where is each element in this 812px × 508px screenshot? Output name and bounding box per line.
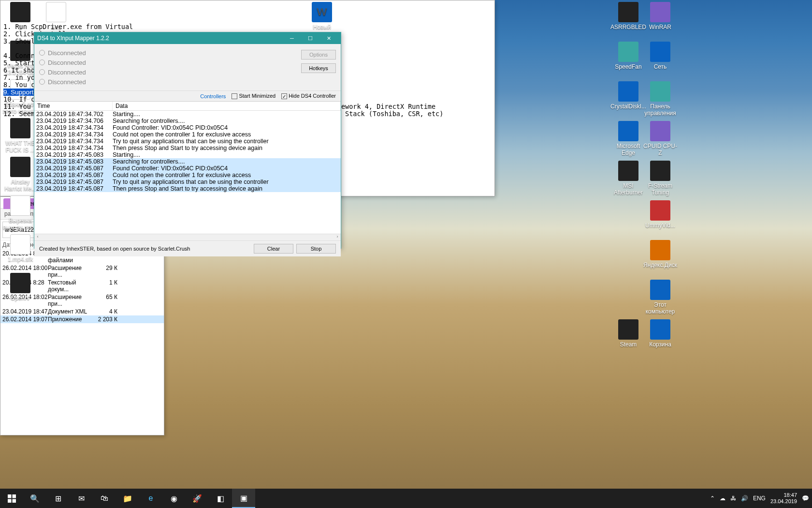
- clock[interactable]: 18:47 23.04.2019: [770, 492, 797, 504]
- credit-text: Created by InhexSTER, based on open sour…: [39, 246, 190, 252]
- desktop-icon[interactable]: SpeedFan: [610, 42, 647, 71]
- svg-rect-2: [8, 499, 12, 503]
- store-icon[interactable]: 🛍: [93, 489, 116, 508]
- ds4-task-icon[interactable]: ▣: [232, 489, 255, 508]
- controller-slot[interactable]: Disconnected: [39, 48, 301, 58]
- app-icon[interactable]: ◧: [209, 489, 232, 508]
- start-button[interactable]: [0, 489, 23, 508]
- log-row[interactable]: 23.04.2019 18:47:34.734Try to quit any a…: [34, 138, 341, 145]
- log-row[interactable]: 23.04.2019 18:47:45.087Then press Stop a…: [34, 185, 341, 192]
- desktop-icon[interactable]: CPUID CPU-Z: [642, 121, 679, 157]
- close-button[interactable]: ✕: [319, 32, 338, 44]
- taskbar: 🔍 ⊞ ✉ 🛍 📁 e ◉ 🚀 ◧ ▣ ⌃ ☁ 🖧 🔊 ENG 18:47 23…: [0, 489, 812, 508]
- desktop-icon[interactable]: WinRAR: [642, 2, 679, 31]
- controller-slot[interactable]: Disconnected: [39, 67, 301, 77]
- log-row[interactable]: 23.04.2019 18:47:45.087Try to quit any a…: [34, 179, 341, 185]
- volume-icon[interactable]: 🔊: [741, 495, 748, 502]
- search-icon[interactable]: 🔍: [23, 489, 46, 508]
- log-row[interactable]: 23.04.2019 18:47:34.734Then press Stop a…: [34, 145, 341, 151]
- svg-rect-3: [12, 499, 16, 503]
- controller-slot[interactable]: Disconnected: [39, 77, 301, 87]
- steam-icon[interactable]: ◉: [162, 489, 186, 508]
- svg-rect-1: [12, 494, 16, 498]
- network-icon[interactable]: 🖧: [730, 495, 736, 502]
- svg-rect-0: [8, 494, 12, 498]
- explorer-icon[interactable]: 📁: [116, 489, 139, 508]
- desktop-icon[interactable]: CrystalDiskI...: [610, 81, 647, 110]
- desktop-icon[interactable]: Microsoft Edge: [610, 121, 647, 157]
- log-row[interactable]: 23.04.2019 18:47:45.083Starting....: [34, 151, 341, 158]
- desktop-icon[interactable]: MSI Afterburner: [610, 161, 647, 196]
- log-row[interactable]: 23.04.2019 18:47:45.087Could not open th…: [34, 172, 341, 179]
- controllers-link[interactable]: Controllers: [200, 93, 226, 99]
- desktop-icon[interactable]: Яндекс.Диск: [642, 240, 679, 269]
- ds4-titlebar[interactable]: DS4 to XInput Mapper 1.2.2 ─ ☐ ✕: [34, 32, 341, 44]
- task-view-icon[interactable]: ⊞: [46, 489, 70, 508]
- edge-icon[interactable]: e: [139, 489, 162, 508]
- log-area: Time Data 23.04.2019 18:47:34.702Startin…: [34, 101, 341, 240]
- log-header[interactable]: Time Data: [34, 102, 341, 111]
- scrollbar-horizontal[interactable]: ‹›: [34, 234, 341, 240]
- hotkeys-button[interactable]: Hotkeys: [301, 63, 336, 73]
- log-row[interactable]: 23.04.2019 18:47:45.087Found Controller:…: [34, 165, 341, 172]
- start-minimized-checkbox[interactable]: Start Minimized: [232, 93, 276, 99]
- mail-icon[interactable]: ✉: [70, 489, 93, 508]
- desktop-icon[interactable]: Этот компьютер: [642, 280, 679, 315]
- tray-chevron-icon[interactable]: ⌃: [710, 495, 715, 502]
- desktop-icon[interactable]: Панель управления: [642, 81, 679, 117]
- desktop-icon[interactable]: OpenIV: [2, 273, 39, 302]
- notifications-icon[interactable]: 💬: [802, 495, 809, 502]
- desktop-icon[interactable]: Steam: [610, 319, 647, 348]
- log-row[interactable]: 23.04.2019 18:47:34.706Searching for con…: [34, 118, 341, 124]
- desktop-icon[interactable]: Корзина: [642, 319, 679, 348]
- controller-slot[interactable]: Disconnected: [39, 58, 301, 67]
- desktop-icon[interactable]: ASRRGBLED: [610, 2, 647, 31]
- log-row[interactable]: 23.04.2019 18:47:45.083Searching for con…: [34, 158, 341, 165]
- ds4-window: DS4 to XInput Mapper 1.2.2 ─ ☐ ✕ Disconn…: [34, 32, 341, 249]
- window-title: DS4 to XInput Mapper 1.2.2: [37, 35, 109, 42]
- stop-button[interactable]: Stop: [296, 244, 336, 254]
- desktop-icon[interactable]: F-Stream Tuning: [642, 161, 679, 196]
- language-indicator[interactable]: ENG: [753, 495, 766, 502]
- desktop-icon[interactable]: UmmyVid...: [642, 200, 679, 229]
- controller-list: Disconnected Disconnected Disconnected D…: [39, 48, 301, 87]
- minimize-button[interactable]: ─: [283, 32, 301, 44]
- maximize-button[interactable]: ☐: [301, 32, 319, 44]
- log-row[interactable]: 23.04.2019 18:47:34.734Could not open th…: [34, 131, 341, 138]
- onedrive-icon[interactable]: ☁: [720, 495, 725, 502]
- rocket-league-icon[interactable]: 🚀: [186, 489, 209, 508]
- log-row[interactable]: 23.04.2019 18:47:34.702Starting....: [34, 111, 341, 118]
- clear-button[interactable]: Clear: [254, 244, 293, 254]
- log-row[interactable]: 23.04.2019 18:47:34.734Found Controller:…: [34, 124, 341, 131]
- desktop-icon[interactable]: 1.mp4.sfk: [2, 234, 39, 263]
- desktop-icon[interactable]: Вырезка выходи отс...: [2, 195, 39, 231]
- hide-ds4-checkbox[interactable]: ✓Hide DS4 Controller: [281, 93, 336, 99]
- options-button: Options: [301, 50, 336, 60]
- system-tray: ⌃ ☁ 🖧 🔊 ENG 18:47 23.04.2019 💬: [710, 492, 812, 504]
- desktop-icon[interactable]: Сеть: [642, 42, 679, 71]
